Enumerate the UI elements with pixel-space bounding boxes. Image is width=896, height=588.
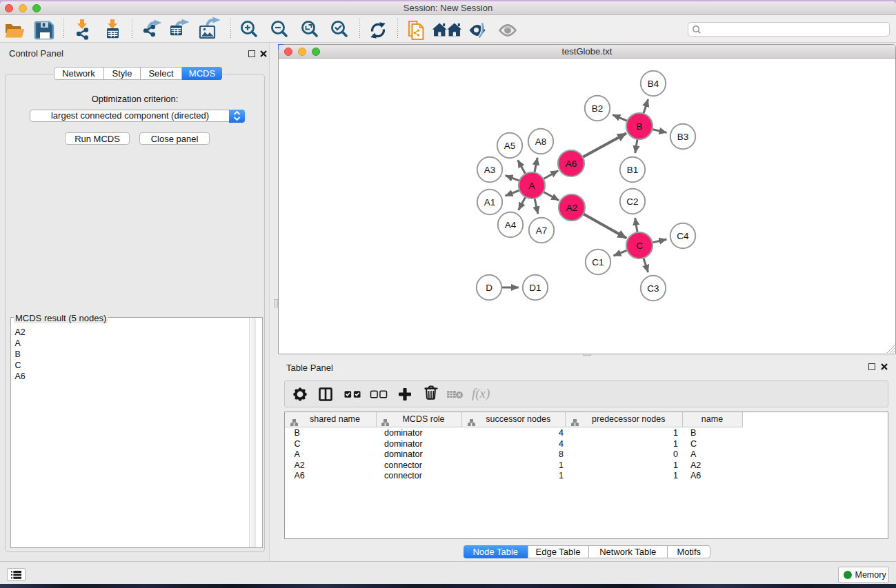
svg-text:A7: A7 (536, 225, 548, 236)
svg-text:B1: B1 (627, 165, 639, 175)
svg-text:A8: A8 (535, 136, 547, 147)
svg-text:A5: A5 (504, 141, 516, 151)
svg-text:A4: A4 (505, 220, 517, 230)
svg-text:C2: C2 (626, 196, 638, 207)
svg-text:C: C (636, 241, 643, 251)
svg-text:B2: B2 (592, 103, 604, 114)
svg-text:A2: A2 (566, 203, 578, 213)
svg-text:B3: B3 (677, 132, 689, 142)
svg-text:C1: C1 (592, 257, 604, 267)
svg-text:A3: A3 (484, 165, 496, 175)
svg-text:D: D (486, 283, 492, 293)
svg-text:B: B (636, 121, 642, 132)
svg-text:A1: A1 (484, 197, 496, 207)
svg-text:B4: B4 (648, 79, 659, 89)
svg-text:C4: C4 (677, 231, 689, 241)
svg-text:D1: D1 (529, 283, 541, 293)
svg-text:C3: C3 (647, 283, 659, 294)
svg-text:A: A (528, 181, 535, 191)
svg-text:A6: A6 (566, 159, 577, 169)
